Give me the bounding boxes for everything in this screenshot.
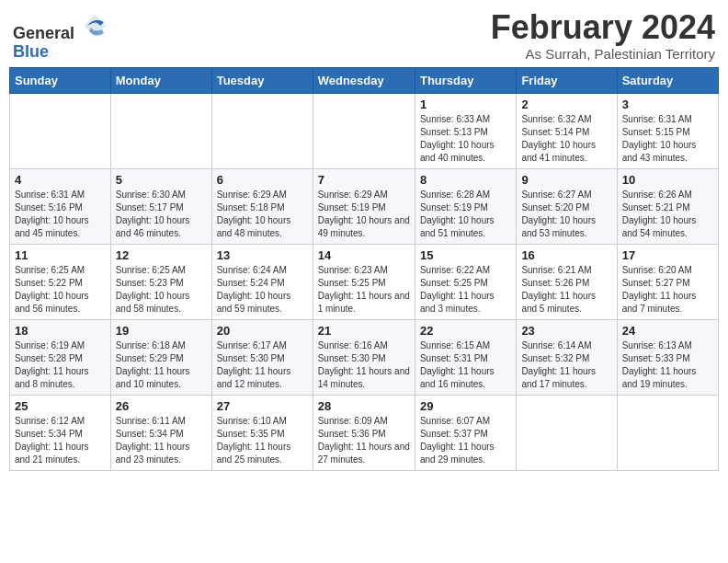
- day-info: Sunrise: 6:19 AMSunset: 5:28 PMDaylight:…: [15, 339, 106, 391]
- calendar-day-cell: 16Sunrise: 6:21 AMSunset: 5:26 PMDayligh…: [517, 244, 617, 319]
- day-number: 6: [217, 173, 308, 187]
- calendar-day-cell: [110, 93, 211, 168]
- calendar-day-cell: 17Sunrise: 6:20 AMSunset: 5:27 PMDayligh…: [617, 244, 718, 319]
- day-info: Sunrise: 6:18 AMSunset: 5:29 PMDaylight:…: [116, 339, 207, 391]
- day-info: Sunrise: 6:33 AMSunset: 5:13 PMDaylight:…: [420, 113, 511, 165]
- day-info: Sunrise: 6:29 AMSunset: 5:18 PMDaylight:…: [217, 189, 308, 240]
- day-info: Sunrise: 6:30 AMSunset: 5:17 PMDaylight:…: [116, 189, 207, 240]
- calendar-day-cell: 19Sunrise: 6:18 AMSunset: 5:29 PMDayligh…: [110, 319, 211, 395]
- calendar-week-row: 11Sunrise: 6:25 AMSunset: 5:22 PMDayligh…: [10, 244, 719, 319]
- day-of-week-header: Thursday: [415, 67, 516, 93]
- calendar-day-cell: 9Sunrise: 6:27 AMSunset: 5:20 PMDaylight…: [517, 168, 617, 244]
- day-number: 10: [622, 173, 713, 187]
- day-info: Sunrise: 6:24 AMSunset: 5:24 PMDaylight:…: [217, 264, 308, 316]
- day-number: 22: [420, 324, 511, 338]
- day-info: Sunrise: 6:23 AMSunset: 5:25 PMDaylight:…: [318, 264, 410, 316]
- calendar-day-cell: 13Sunrise: 6:24 AMSunset: 5:24 PMDayligh…: [211, 244, 313, 319]
- calendar-day-cell: 18Sunrise: 6:19 AMSunset: 5:28 PMDayligh…: [10, 319, 111, 395]
- calendar-day-cell: 28Sunrise: 6:09 AMSunset: 5:36 PMDayligh…: [313, 395, 415, 470]
- calendar-day-cell: 26Sunrise: 6:11 AMSunset: 5:34 PMDayligh…: [110, 395, 211, 470]
- calendar-day-cell: 21Sunrise: 6:16 AMSunset: 5:30 PMDayligh…: [313, 319, 415, 395]
- day-info: Sunrise: 6:09 AMSunset: 5:36 PMDaylight:…: [318, 415, 410, 466]
- logo-general: General: [13, 24, 74, 42]
- day-number: 17: [622, 248, 713, 262]
- day-number: 4: [15, 173, 106, 187]
- calendar-day-cell: 11Sunrise: 6:25 AMSunset: 5:22 PMDayligh…: [10, 244, 111, 319]
- day-number: 18: [15, 324, 106, 338]
- day-info: Sunrise: 6:26 AMSunset: 5:21 PMDaylight:…: [622, 189, 713, 240]
- calendar-day-cell: 25Sunrise: 6:12 AMSunset: 5:34 PMDayligh…: [10, 395, 111, 470]
- day-info: Sunrise: 6:12 AMSunset: 5:34 PMDaylight:…: [15, 415, 106, 466]
- calendar-week-row: 4Sunrise: 6:31 AMSunset: 5:16 PMDaylight…: [10, 168, 719, 244]
- calendar-day-cell: 1Sunrise: 6:33 AMSunset: 5:13 PMDaylight…: [415, 93, 516, 168]
- day-number: 26: [116, 399, 207, 413]
- calendar-day-cell: [313, 93, 415, 168]
- day-of-week-header: Wednesday: [313, 67, 415, 93]
- calendar-day-cell: 14Sunrise: 6:23 AMSunset: 5:25 PMDayligh…: [313, 244, 415, 319]
- day-info: Sunrise: 6:15 AMSunset: 5:31 PMDaylight:…: [420, 339, 511, 391]
- calendar-day-cell: [517, 395, 617, 470]
- day-number: 5: [116, 173, 207, 187]
- day-info: Sunrise: 6:31 AMSunset: 5:16 PMDaylight:…: [15, 189, 106, 240]
- day-number: 9: [521, 173, 611, 187]
- calendar-header-row: SundayMondayTuesdayWednesdayThursdayFrid…: [10, 67, 719, 93]
- month-title: February 2024: [491, 9, 715, 46]
- calendar-day-cell: 22Sunrise: 6:15 AMSunset: 5:31 PMDayligh…: [415, 319, 516, 395]
- calendar-week-row: 1Sunrise: 6:33 AMSunset: 5:13 PMDaylight…: [10, 93, 719, 168]
- logo-icon: [82, 13, 108, 39]
- calendar-table: SundayMondayTuesdayWednesdayThursdayFrid…: [9, 67, 719, 471]
- day-info: Sunrise: 6:11 AMSunset: 5:34 PMDaylight:…: [116, 415, 207, 466]
- day-info: Sunrise: 6:10 AMSunset: 5:35 PMDaylight:…: [217, 415, 308, 466]
- day-number: 15: [420, 248, 511, 262]
- day-number: 12: [116, 248, 207, 262]
- calendar-day-cell: 29Sunrise: 6:07 AMSunset: 5:37 PMDayligh…: [415, 395, 516, 470]
- calendar-day-cell: 24Sunrise: 6:13 AMSunset: 5:33 PMDayligh…: [617, 319, 718, 395]
- calendar-day-cell: [10, 93, 111, 168]
- day-number: 28: [318, 399, 410, 413]
- day-number: 13: [217, 248, 308, 262]
- day-info: Sunrise: 6:25 AMSunset: 5:22 PMDaylight:…: [15, 264, 106, 316]
- day-of-week-header: Saturday: [617, 67, 718, 93]
- day-of-week-header: Tuesday: [211, 67, 313, 93]
- day-of-week-header: Friday: [517, 67, 617, 93]
- day-info: Sunrise: 6:29 AMSunset: 5:19 PMDaylight:…: [318, 189, 410, 240]
- location-title: As Surrah, Palestinian Territory: [491, 46, 715, 62]
- day-info: Sunrise: 6:28 AMSunset: 5:19 PMDaylight:…: [420, 189, 511, 240]
- day-number: 21: [318, 324, 410, 338]
- day-of-week-header: Sunday: [10, 67, 111, 93]
- day-info: Sunrise: 6:13 AMSunset: 5:33 PMDaylight:…: [622, 339, 713, 391]
- day-number: 20: [217, 324, 308, 338]
- calendar-day-cell: 10Sunrise: 6:26 AMSunset: 5:21 PMDayligh…: [617, 168, 718, 244]
- day-number: 25: [15, 399, 106, 413]
- day-number: 3: [622, 98, 713, 111]
- calendar-day-cell: 12Sunrise: 6:25 AMSunset: 5:23 PMDayligh…: [110, 244, 211, 319]
- day-info: Sunrise: 6:32 AMSunset: 5:14 PMDaylight:…: [521, 113, 611, 165]
- title-area: February 2024 As Surrah, Palestinian Ter…: [491, 9, 715, 62]
- calendar-day-cell: 6Sunrise: 6:29 AMSunset: 5:18 PMDaylight…: [211, 168, 313, 244]
- page-header: General Blue February 2024 As Surrah, Pa…: [9, 9, 719, 62]
- day-info: Sunrise: 6:21 AMSunset: 5:26 PMDaylight:…: [521, 264, 611, 316]
- day-number: 14: [318, 248, 410, 262]
- day-number: 23: [521, 324, 611, 338]
- calendar-day-cell: [211, 93, 313, 168]
- day-number: 27: [217, 399, 308, 413]
- logo-blue: Blue: [13, 42, 49, 61]
- day-info: Sunrise: 6:17 AMSunset: 5:30 PMDaylight:…: [217, 339, 308, 391]
- calendar-day-cell: 8Sunrise: 6:28 AMSunset: 5:19 PMDaylight…: [415, 168, 516, 244]
- calendar-day-cell: 3Sunrise: 6:31 AMSunset: 5:15 PMDaylight…: [617, 93, 718, 168]
- logo: General Blue: [13, 13, 108, 62]
- day-info: Sunrise: 6:14 AMSunset: 5:32 PMDaylight:…: [521, 339, 611, 391]
- day-number: 1: [420, 98, 511, 111]
- day-number: 16: [521, 248, 611, 262]
- day-info: Sunrise: 6:07 AMSunset: 5:37 PMDaylight:…: [420, 415, 511, 466]
- day-number: 29: [420, 399, 511, 413]
- day-of-week-header: Monday: [110, 67, 211, 93]
- calendar-day-cell: 4Sunrise: 6:31 AMSunset: 5:16 PMDaylight…: [10, 168, 111, 244]
- calendar-day-cell: 5Sunrise: 6:30 AMSunset: 5:17 PMDaylight…: [110, 168, 211, 244]
- calendar-day-cell: 27Sunrise: 6:10 AMSunset: 5:35 PMDayligh…: [211, 395, 313, 470]
- day-number: 11: [15, 248, 106, 262]
- calendar-day-cell: [617, 395, 718, 470]
- day-number: 24: [622, 324, 713, 338]
- day-info: Sunrise: 6:25 AMSunset: 5:23 PMDaylight:…: [116, 264, 207, 316]
- calendar-day-cell: 23Sunrise: 6:14 AMSunset: 5:32 PMDayligh…: [517, 319, 617, 395]
